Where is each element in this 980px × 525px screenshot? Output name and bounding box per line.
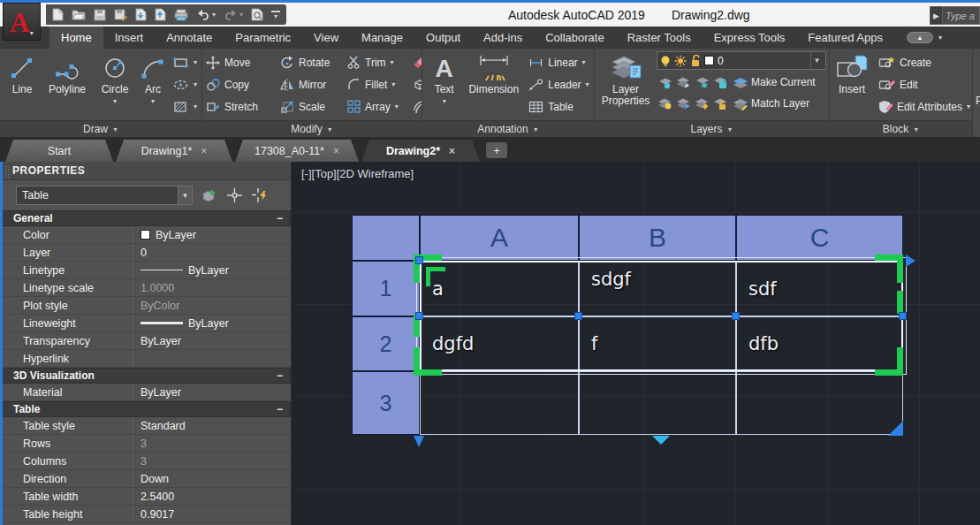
table-grip[interactable]: [574, 312, 582, 320]
table-col-header-a[interactable]: A: [420, 215, 579, 261]
table-cell-b3[interactable]: [579, 371, 736, 435]
erase-button[interactable]: [413, 51, 422, 73]
palette-title[interactable]: PROPERTIES: [0, 162, 291, 180]
panel-label-draw[interactable]: Draw ▼: [0, 120, 201, 137]
file-tab-17308[interactable]: 17308_A0-11* ×: [235, 140, 359, 162]
arc-button[interactable]: Arc ▾: [136, 51, 170, 120]
ribbon-tab-collaborate[interactable]: Collaborate: [534, 27, 616, 49]
trim-button[interactable]: Trim ▾: [347, 51, 409, 73]
save-as-button[interactable]: [114, 9, 127, 21]
acad-table[interactable]: A B C 1 2 3 a sdgf sdf dgfd f dfb: [352, 215, 903, 435]
copy-button[interactable]: Copy: [206, 73, 278, 95]
file-tab-drawing2[interactable]: Drawing2* ×: [361, 140, 480, 162]
dropdown-arrow-icon[interactable]: ▾: [391, 80, 395, 88]
ribbon-tab-manage[interactable]: Manage: [350, 27, 414, 49]
panel-label-modify[interactable]: Modify ▼: [202, 120, 422, 137]
table-button[interactable]: Table: [528, 95, 591, 118]
ribbon-tab-view[interactable]: View: [302, 27, 350, 49]
table-cell-c2[interactable]: dfb: [736, 316, 903, 371]
close-tab-icon[interactable]: ×: [449, 145, 455, 157]
collapse-section-icon[interactable]: −: [277, 403, 283, 415]
table-corner-cell[interactable]: [352, 215, 420, 261]
panel-label-layers[interactable]: Layers ▼: [595, 120, 829, 137]
property-row-direction[interactable]: Direction Down: [0, 470, 291, 488]
fillet-button[interactable]: Fillet ▾: [347, 73, 409, 95]
redo-button[interactable]: ▾: [224, 10, 243, 20]
dropdown-arrow-icon[interactable]: ▼: [810, 52, 823, 69]
panel-label-annotation[interactable]: Annotation ▼: [422, 120, 594, 137]
table-cell-b2[interactable]: f: [579, 316, 736, 371]
palette-grip-icon[interactable]: [4, 165, 9, 178]
dropdown-arrow-icon[interactable]: ▾: [395, 103, 399, 110]
qat-customize-button[interactable]: ▾: [271, 11, 280, 19]
table-row-header-2[interactable]: 2: [352, 316, 420, 371]
table-cell-b1[interactable]: sdgf: [579, 261, 736, 316]
layer-freeze-icon[interactable]: [694, 75, 710, 89]
dropdown-arrow-icon[interactable]: ▾: [586, 80, 589, 88]
dropdown-arrow-icon[interactable]: ▾: [967, 103, 970, 110]
property-row-hyperlink[interactable]: Hyperlink: [0, 350, 291, 368]
edit-block-button[interactable]: Edit: [878, 73, 970, 95]
file-tab-drawing1[interactable]: Drawing1* ×: [116, 140, 232, 162]
move-button[interactable]: Move: [206, 51, 278, 73]
dropdown-arrow-icon[interactable]: ▾: [391, 58, 394, 66]
ribbon-tab-output[interactable]: Output: [414, 27, 472, 49]
make-current-icon[interactable]: [731, 75, 748, 89]
table-row-header-3[interactable]: 3: [352, 371, 420, 435]
explode-button[interactable]: [413, 73, 422, 95]
plot-preview-button[interactable]: [251, 8, 263, 21]
table-cell-a2[interactable]: dgfd: [420, 316, 579, 371]
layer-off-icon[interactable]: [657, 96, 672, 110]
ribbon-tab-annotate[interactable]: Annotate: [155, 27, 224, 49]
ribbon-tab-home[interactable]: Home: [49, 27, 103, 49]
section-3d-visualization[interactable]: 3D Visualization −: [0, 368, 291, 384]
save-button[interactable]: [94, 9, 106, 21]
table-grip[interactable]: [732, 312, 740, 320]
array-button[interactable]: Array ▾: [347, 95, 409, 118]
column-width-arrow-grip[interactable]: [906, 255, 915, 267]
open-web-mobile-button[interactable]: [135, 8, 147, 21]
rectangle-button[interactable]: ▾: [173, 51, 197, 73]
close-tab-icon[interactable]: ×: [201, 145, 207, 157]
open-button[interactable]: [72, 9, 86, 20]
collapse-section-icon[interactable]: −: [277, 212, 283, 224]
new-drawing-tab-button[interactable]: +: [486, 142, 507, 158]
panel-label-block[interactable]: Block ▼: [830, 120, 972, 137]
create-block-button[interactable]: Create: [878, 51, 970, 73]
layer-selector-combo[interactable]: 0 ▼: [657, 51, 826, 70]
scale-button[interactable]: Scale: [280, 95, 346, 118]
stretch-button[interactable]: Stretch: [206, 95, 278, 118]
layer-thaw-all-icon[interactable]: [694, 96, 710, 110]
dropdown-arrow-icon[interactable]: ▾: [151, 95, 155, 107]
property-row-table-height[interactable]: Table height 0.9017: [0, 506, 291, 523]
make-current-button[interactable]: Make Current: [751, 76, 816, 88]
section-table[interactable]: Table −: [0, 401, 291, 417]
property-row-lineweight[interactable]: Lineweight ByLayer: [0, 315, 291, 332]
select-objects-icon[interactable]: [226, 187, 243, 203]
table-resize-corner-grip[interactable]: [888, 421, 903, 436]
text-button[interactable]: A Text ▾: [426, 51, 462, 120]
table-grip[interactable]: [899, 312, 907, 320]
layer-lock-icon[interactable]: [712, 75, 728, 89]
dropdown-arrow-icon[interactable]: ▾: [239, 11, 243, 19]
close-tab-icon[interactable]: ×: [333, 145, 339, 157]
property-row-transparency[interactable]: Transparency ByLayer: [0, 332, 291, 350]
table-col-header-b[interactable]: B: [579, 215, 736, 261]
offset-button[interactable]: [413, 95, 422, 118]
table-col-header-c[interactable]: C: [736, 215, 903, 261]
ribbon-tab-express-tools[interactable]: Express Tools: [703, 27, 797, 49]
edit-attributes-button[interactable]: Edit Attributes ▾: [878, 95, 970, 118]
property-row-linetype[interactable]: Linetype ByLayer: [0, 262, 291, 279]
property-row-rows[interactable]: Rows 3: [0, 435, 291, 453]
dropdown-arrow-icon[interactable]: ▾: [443, 95, 446, 107]
property-row-color[interactable]: Color ByLayer: [0, 226, 291, 244]
property-row-plot-style[interactable]: Plot style ByColor: [0, 297, 291, 315]
ribbon-tab-parametric[interactable]: Parametric: [224, 27, 302, 49]
table-cell-c1[interactable]: sdf: [736, 261, 903, 316]
section-general[interactable]: General −: [0, 210, 291, 226]
match-layer-button[interactable]: Match Layer: [751, 97, 809, 110]
drawing-canvas[interactable]: [-][Top][2D Wireframe] A B C 1 2 3 a sdg…: [292, 162, 980, 525]
layer-properties-button[interactable]: Layer Properties: [598, 51, 653, 120]
viewport-controls[interactable]: [-][Top][2D Wireframe]: [301, 167, 414, 180]
hatch-button[interactable]: ▾: [173, 95, 197, 118]
